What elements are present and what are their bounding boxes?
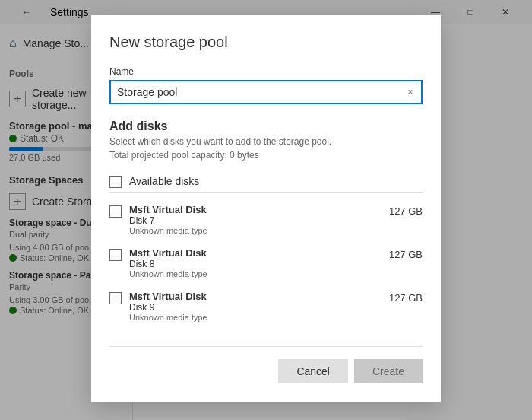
disk-name-0: Msft Virtual Disk — [129, 204, 382, 215]
disk-info-2: Msft Virtual Disk Disk 9 Unknown media t… — [129, 291, 382, 322]
new-storage-pool-modal: New storage pool Name × Add disks Select… — [91, 15, 441, 402]
disk-checkbox-0[interactable] — [109, 205, 122, 218]
modal-title: New storage pool — [109, 33, 423, 51]
disk-row: Msft Virtual Disk Disk 8 Unknown media t… — [109, 241, 423, 285]
disk-type-0: Unknown media type — [129, 226, 382, 235]
disk-size-2: 127 GB — [389, 292, 423, 304]
disk-checkbox-1[interactable] — [109, 249, 122, 261]
available-disks-header: Available disks — [109, 170, 423, 193]
available-disks-label: Available disks — [129, 175, 199, 187]
disk-info-1: Msft Virtual Disk Disk 8 Unknown media t… — [129, 247, 382, 278]
disk-id-2: Disk 9 — [129, 302, 382, 313]
name-input-row: × — [109, 80, 423, 104]
cancel-button[interactable]: Cancel — [278, 359, 348, 383]
disk-size-0: 127 GB — [389, 205, 423, 217]
select-all-checkbox[interactable] — [109, 176, 122, 188]
disk-name-2: Msft Virtual Disk — [129, 291, 382, 302]
create-button[interactable]: Create — [354, 359, 423, 383]
disk-id-0: Disk 7 — [129, 215, 382, 226]
disk-list: Available disks Msft Virtual Disk Disk 7… — [109, 170, 423, 328]
disk-rows: Msft Virtual Disk Disk 7 Unknown media t… — [109, 198, 423, 328]
disk-size-1: 127 GB — [389, 249, 423, 260]
disk-checkbox-2[interactable] — [109, 292, 122, 304]
disk-id-1: Disk 8 — [129, 259, 382, 269]
clear-input-button[interactable]: × — [400, 81, 421, 103]
modal-footer: Cancel Create — [109, 346, 423, 383]
disk-type-1: Unknown media type — [129, 269, 382, 278]
add-disks-title: Add disks — [109, 119, 423, 133]
disk-name-1: Msft Virtual Disk — [129, 247, 382, 259]
name-field-label: Name — [109, 66, 423, 77]
name-input[interactable] — [111, 81, 400, 103]
add-disks-desc: Select which disks you want to add to th… — [109, 136, 423, 147]
disk-type-2: Unknown media type — [129, 313, 382, 322]
disk-info-0: Msft Virtual Disk Disk 7 Unknown media t… — [129, 204, 382, 235]
disk-row: Msft Virtual Disk Disk 9 Unknown media t… — [109, 285, 423, 328]
app-window: ← Settings — □ ✕ ⌂ Manage Sto... Pools — [0, 0, 532, 420]
disk-row: Msft Virtual Disk Disk 7 Unknown media t… — [109, 198, 423, 241]
modal-overlay: New storage pool Name × Add disks Select… — [0, 0, 532, 420]
capacity-text: Total projected pool capacity: 0 bytes — [109, 150, 423, 161]
